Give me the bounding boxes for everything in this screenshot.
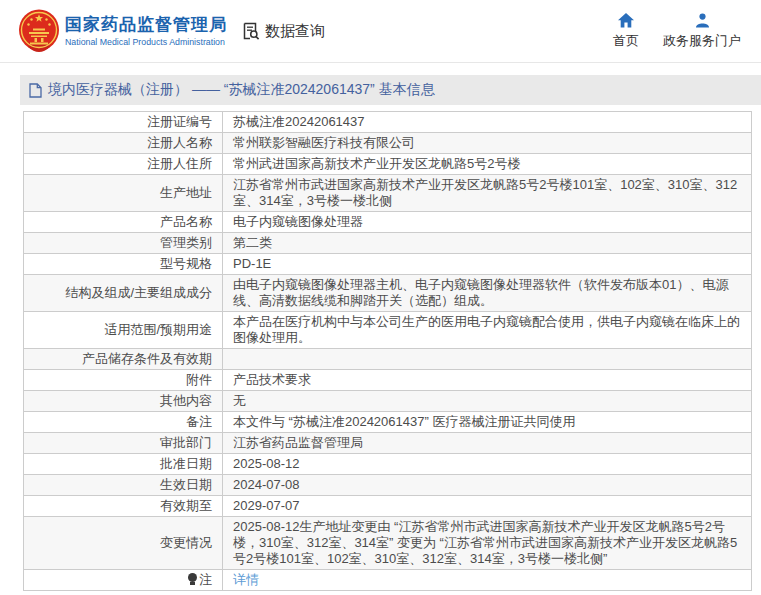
row-label: 其他内容 xyxy=(24,391,223,412)
table-row: 产品名称电子内窥镜图像处理器 xyxy=(24,212,752,233)
row-label: 有效期至 xyxy=(24,496,223,517)
table-row: 附件产品技术要求 xyxy=(24,370,752,391)
row-value: PD-1E xyxy=(223,254,752,275)
data-query-label: 数据查询 xyxy=(265,22,325,41)
row-label: 管理类别 xyxy=(24,233,223,254)
row-value: 产品技术要求 xyxy=(223,370,752,391)
info-table: 注册证编号苏械注准20242061437注册人名称常州联影智融医疗科技有限公司注… xyxy=(23,111,752,591)
row-value: 2025-08-12 xyxy=(223,454,752,475)
row-value: 常州武进国家高新技术产业开发区龙帆路5号2号楼 xyxy=(223,154,752,175)
row-value: 本产品在医疗机构中与本公司生产的医用电子内窥镜配合使用，供电子内窥镜在临床上的图… xyxy=(223,312,752,349)
table-row: 结构及组成/主要组成成分由电子内窥镜图像处理器主机、电子内窥镜图像处理器软件（软… xyxy=(24,275,752,312)
row-label: 注册人住所 xyxy=(24,154,223,175)
row-label: 审批部门 xyxy=(24,433,223,454)
row-value: 由电子内窥镜图像处理器主机、电子内窥镜图像处理器软件（软件发布版本01）、电源线… xyxy=(223,275,752,312)
row-value: 详情 xyxy=(223,570,752,591)
table-row: 审批部门江苏省药品监督管理局 xyxy=(24,433,752,454)
detail-link[interactable]: 详情 xyxy=(233,572,259,587)
row-label: 变更情况 xyxy=(24,517,223,570)
row-label: 适用范围/预期用途 xyxy=(24,312,223,349)
row-label: 批准日期 xyxy=(24,454,223,475)
site-header: 国家药品监督管理局 National Medical Products Admi… xyxy=(0,0,761,63)
home-icon xyxy=(618,13,634,28)
row-label: 产品名称 xyxy=(24,212,223,233)
breadcrumb-text: 境内医疗器械（注册） —— “苏械注准20242061437” 基本信息 xyxy=(48,81,435,99)
row-label: 生产地址 xyxy=(24,175,223,212)
row-label: 注 xyxy=(24,570,223,591)
row-label: 结构及组成/主要组成成分 xyxy=(24,275,223,312)
top-nav: 首页 政务服务门户 xyxy=(613,13,741,50)
data-query-tab[interactable]: 数据查询 xyxy=(241,21,325,41)
table-row: 产品储存条件及有效期 xyxy=(24,349,752,370)
table-row: 有效期至2029-07-07 xyxy=(24,496,752,517)
row-value: 江苏省常州市武进国家高新技术产业开发区龙帆路5号2号楼101室、102室、310… xyxy=(223,175,752,212)
row-label: 生效日期 xyxy=(24,475,223,496)
row-label: 型号规格 xyxy=(24,254,223,275)
row-value: 苏械注准20242061437 xyxy=(223,112,752,133)
nav-gov-portal-label: 政务服务门户 xyxy=(663,32,741,50)
table-row: 生效日期2024-07-08 xyxy=(24,475,752,496)
table-row: 注详情 xyxy=(24,570,752,591)
row-value: 电子内窥镜图像处理器 xyxy=(223,212,752,233)
row-label: 产品储存条件及有效期 xyxy=(24,349,223,370)
row-value: 2025-08-12生产地址变更由 “江苏省常州市武进国家高新技术产业开发区龙帆… xyxy=(223,517,752,570)
row-value: 常州联影智融医疗科技有限公司 xyxy=(223,133,752,154)
table-row: 批准日期2025-08-12 xyxy=(24,454,752,475)
row-value xyxy=(223,349,752,370)
row-label: 备注 xyxy=(24,412,223,433)
row-value: 本文件与 “苏械注准20242061437” 医疗器械注册证共同使用 xyxy=(223,412,752,433)
row-label: 注册人名称 xyxy=(24,133,223,154)
table-row: 注册人住所常州武进国家高新技术产业开发区龙帆路5号2号楼 xyxy=(24,154,752,175)
row-label: 附件 xyxy=(24,370,223,391)
info-table-body: 注册证编号苏械注准20242061437注册人名称常州联影智融医疗科技有限公司注… xyxy=(24,112,752,591)
row-value: 无 xyxy=(223,391,752,412)
table-row: 型号规格PD-1E xyxy=(24,254,752,275)
row-value: 第二类 xyxy=(223,233,752,254)
row-value: 江苏省药品监督管理局 xyxy=(223,433,752,454)
doc-search-icon xyxy=(241,21,261,41)
table-row: 注册人名称常州联影智融医疗科技有限公司 xyxy=(24,133,752,154)
table-row: 其他内容无 xyxy=(24,391,752,412)
table-row: 管理类别第二类 xyxy=(24,233,752,254)
breadcrumb: 境内医疗器械（注册） —— “苏械注准20242061437” 基本信息 xyxy=(20,75,761,105)
nav-gov-portal[interactable]: 政务服务门户 xyxy=(663,13,741,50)
row-value: 2024-07-08 xyxy=(223,475,752,496)
nav-home[interactable]: 首页 xyxy=(613,13,639,50)
user-icon xyxy=(695,13,710,28)
site-subtitle: National Medical Products Administration xyxy=(65,37,227,47)
document-icon xyxy=(29,83,42,98)
table-row: 注册证编号苏械注准20242061437 xyxy=(24,112,752,133)
table-row: 备注本文件与 “苏械注准20242061437” 医疗器械注册证共同使用 xyxy=(24,412,752,433)
nmpa-emblem-logo xyxy=(18,8,60,54)
bulb-icon xyxy=(188,573,197,585)
table-row: 适用范围/预期用途本产品在医疗机构中与本公司生产的医用电子内窥镜配合使用，供电子… xyxy=(24,312,752,349)
nav-home-label: 首页 xyxy=(613,32,639,50)
table-row: 生产地址江苏省常州市武进国家高新技术产业开发区龙帆路5号2号楼101室、102室… xyxy=(24,175,752,212)
site-title: 国家药品监督管理局 xyxy=(65,15,227,35)
row-label: 注册证编号 xyxy=(24,112,223,133)
brand[interactable]: 国家药品监督管理局 National Medical Products Admi… xyxy=(18,8,227,54)
table-row: 变更情况2025-08-12生产地址变更由 “江苏省常州市武进国家高新技术产业开… xyxy=(24,517,752,570)
row-value: 2029-07-07 xyxy=(223,496,752,517)
